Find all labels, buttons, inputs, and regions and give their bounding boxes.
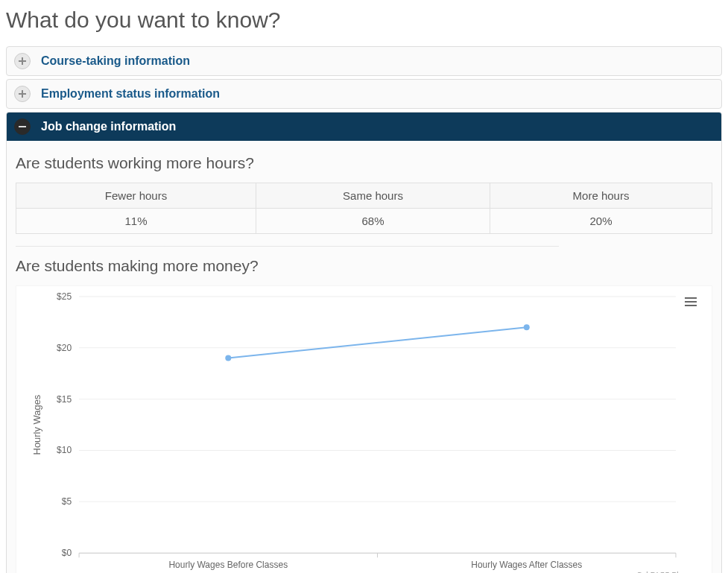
page-title: What do you want to know? <box>6 7 722 33</box>
accordion-header-course[interactable]: Course-taking information <box>7 47 721 75</box>
accordion-item-employment: Employment status information <box>6 79 722 109</box>
chart-svg: $0$5$10$15$20$25Hourly Wages Before Clas… <box>19 289 691 573</box>
svg-text:$10: $10 <box>57 446 72 456</box>
svg-point-20 <box>524 324 530 330</box>
accordion: Course-taking information Employment sta… <box>6 46 722 573</box>
svg-text:Hourly Wages After Classes: Hourly Wages After Classes <box>471 560 582 570</box>
svg-text:$20: $20 <box>57 343 72 353</box>
table-row: 11% 68% 20% <box>16 209 712 234</box>
cell-value: 68% <box>256 209 490 234</box>
money-heading: Are students making more money? <box>16 257 712 275</box>
col-header: Fewer hours <box>16 183 256 209</box>
collapse-icon <box>14 118 31 135</box>
table-row: Fewer hours Same hours More hours <box>16 183 712 209</box>
cell-value: 11% <box>16 209 256 234</box>
svg-text:$5: $5 <box>62 496 72 507</box>
accordion-label: Course-taking information <box>41 54 190 68</box>
accordion-label: Job change information <box>41 120 176 133</box>
accordion-label: Employment status information <box>41 87 220 101</box>
panel-jobchange: Are students working more hours? Fewer h… <box>7 141 721 573</box>
svg-point-19 <box>225 355 231 361</box>
accordion-header-jobchange[interactable]: Job change information <box>7 113 721 141</box>
chart-menu-icon[interactable] <box>685 295 697 308</box>
expand-icon <box>14 86 31 102</box>
col-header: More hours <box>490 183 712 209</box>
divider <box>16 246 559 247</box>
svg-text:Hourly Wages Before Classes: Hourly Wages Before Classes <box>168 560 288 570</box>
svg-text:$0: $0 <box>62 548 72 558</box>
svg-text:Hourly Wages: Hourly Wages <box>31 394 42 455</box>
expand-icon <box>14 53 31 69</box>
svg-text:$15: $15 <box>57 394 72 405</box>
accordion-item-jobchange: Job change information Are students work… <box>6 112 722 573</box>
svg-text:$25: $25 <box>57 291 72 302</box>
hours-heading: Are students working more hours? <box>16 154 712 172</box>
wages-chart: $0$5$10$15$20$25Hourly Wages Before Clas… <box>16 285 712 573</box>
accordion-header-employment[interactable]: Employment status information <box>7 80 721 108</box>
hours-table: Fewer hours Same hours More hours 11% 68… <box>16 183 712 234</box>
accordion-item-course: Course-taking information <box>6 46 722 76</box>
cell-value: 20% <box>490 209 712 234</box>
col-header: Same hours <box>256 183 490 209</box>
svg-text:Cal-PASS Plus: Cal-PASS Plus <box>636 570 686 573</box>
